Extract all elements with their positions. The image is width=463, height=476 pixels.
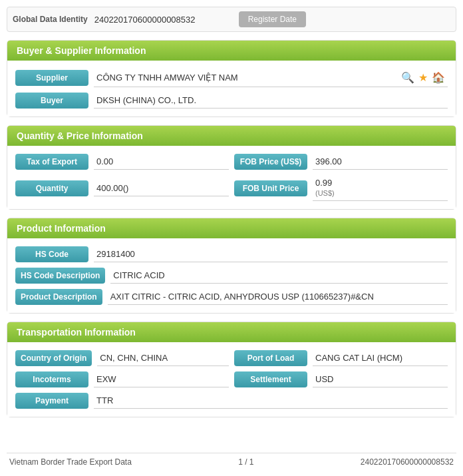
footer-right: 240220170600000008532 [361, 457, 454, 467]
payment-label: Payment [15, 393, 88, 409]
hs-code-value: 29181400 [94, 246, 448, 262]
quantity-value: 400.00() [94, 180, 229, 196]
quantity-price-title: Quantity & Price Information [17, 130, 143, 141]
port-col: Port of Load CANG CAT LAI (HCM) [234, 350, 448, 366]
global-data-identity-value: 240220170600000008532 [94, 15, 232, 25]
fob-unit-col: FOB Unit Price 0.99 (US$) [234, 175, 448, 201]
supplier-value: CÔNG TY TNHH AMWAY VIỆT NAM [96, 73, 238, 83]
global-data-identity-label: Global Data Identity [13, 15, 88, 24]
supplier-icons: 🔍 ★ 🏠 [401, 71, 445, 84]
hs-desc-value: CITRIC ACID [110, 268, 448, 284]
page-footer: Vietnam Border Trade Export Data 1 / 1 2… [7, 453, 456, 469]
tax-value: 0.00 [94, 154, 229, 170]
hs-code-label: HS Code [15, 246, 88, 262]
country-value: CN, CHN, CHINA [97, 350, 229, 366]
country-col: Country of Origin CN, CHN, CHINA [15, 350, 229, 366]
fob-price-value: 396.00 [313, 154, 448, 170]
prod-desc-value: AXIT CITRIC - CITRIC ACID, ANHYDROUS USP… [108, 289, 448, 305]
tax-label: Tax of Export [15, 154, 88, 170]
transportation-header: Transportation Information [7, 322, 456, 342]
product-header: Product Information [7, 218, 456, 238]
buyer-supplier-section: Buyer & Supplier Information Supplier CÔ… [7, 40, 456, 117]
incoterms-value: EXW [94, 371, 229, 387]
buyer-row: Buyer DKSH (CHINA) CO., LTD. [15, 93, 448, 109]
fob-unit-label: FOB Unit Price [234, 180, 307, 196]
hs-desc-row: HS Code Description CITRIC ACID [15, 268, 448, 284]
settlement-label: Settlement [234, 371, 307, 387]
settlement-value: USD [313, 371, 448, 387]
footer-left: Vietnam Border Trade Export Data [9, 457, 132, 467]
incoterms-settlement-row: Incoterms EXW Settlement USD [15, 371, 448, 387]
top-bar: Global Data Identity 2402201706000000085… [7, 7, 456, 32]
buyer-supplier-title: Buyer & Supplier Information [17, 45, 146, 56]
quantity-label: Quantity [15, 180, 88, 196]
country-port-row: Country of Origin CN, CHN, CHINA Port of… [15, 350, 448, 366]
quantity-col: Quantity 400.00() [15, 180, 229, 196]
incoterms-col: Incoterms EXW [15, 371, 229, 387]
fob-price-col: FOB Price (US$) 396.00 [234, 154, 448, 170]
incoterms-label: Incoterms [15, 371, 88, 387]
hs-desc-label: HS Code Description [15, 268, 105, 284]
footer-center: 1 / 1 [238, 457, 253, 467]
fob-unit-sub: (US$) [315, 189, 335, 197]
quantity-fob-unit-row: Quantity 400.00() FOB Unit Price 0.99 (U… [15, 175, 448, 201]
register-date-input[interactable] [313, 15, 450, 25]
transportation-title: Transportation Information [17, 327, 136, 338]
settlement-col: Settlement USD [234, 371, 448, 387]
buyer-value: DKSH (CHINA) CO., LTD. [94, 93, 448, 109]
quantity-price-section: Quantity & Price Information Tax of Expo… [7, 125, 456, 210]
fob-price-label: FOB Price (US$) [234, 154, 307, 170]
quantity-price-header: Quantity & Price Information [7, 126, 456, 146]
fob-unit-value: 0.99 (US$) [313, 175, 448, 201]
country-label: Country of Origin [15, 350, 92, 366]
supplier-label: Supplier [15, 70, 88, 86]
hs-code-row: HS Code 29181400 [15, 246, 448, 262]
star-icon[interactable]: ★ [418, 71, 428, 84]
payment-row: Payment TTR [15, 393, 448, 409]
search-icon[interactable]: 🔍 [401, 71, 414, 84]
port-label: Port of Load [234, 350, 307, 366]
supplier-value-cell: CÔNG TY TNHH AMWAY VIỆT NAM 🔍 ★ 🏠 [94, 69, 448, 87]
prod-desc-row: Product Description AXIT CITRIC - CITRIC… [15, 289, 448, 305]
tax-col: Tax of Export 0.00 [15, 154, 229, 170]
supplier-row: Supplier CÔNG TY TNHH AMWAY VIỆT NAM 🔍 ★… [15, 69, 448, 87]
register-date-button[interactable]: Register Date [239, 11, 306, 27]
product-title: Product Information [17, 223, 106, 234]
prod-desc-label: Product Description [15, 289, 102, 305]
buyer-label: Buyer [15, 93, 88, 109]
buyer-supplier-header: Buyer & Supplier Information [7, 41, 456, 61]
product-section: Product Information HS Code 29181400 HS … [7, 218, 456, 314]
transportation-section: Transportation Information Country of Or… [7, 322, 456, 417]
payment-value: TTR [94, 393, 448, 409]
home-icon[interactable]: 🏠 [432, 71, 445, 84]
port-value: CANG CAT LAI (HCM) [313, 350, 448, 366]
tax-fob-price-row: Tax of Export 0.00 FOB Price (US$) 396.0… [15, 154, 448, 170]
